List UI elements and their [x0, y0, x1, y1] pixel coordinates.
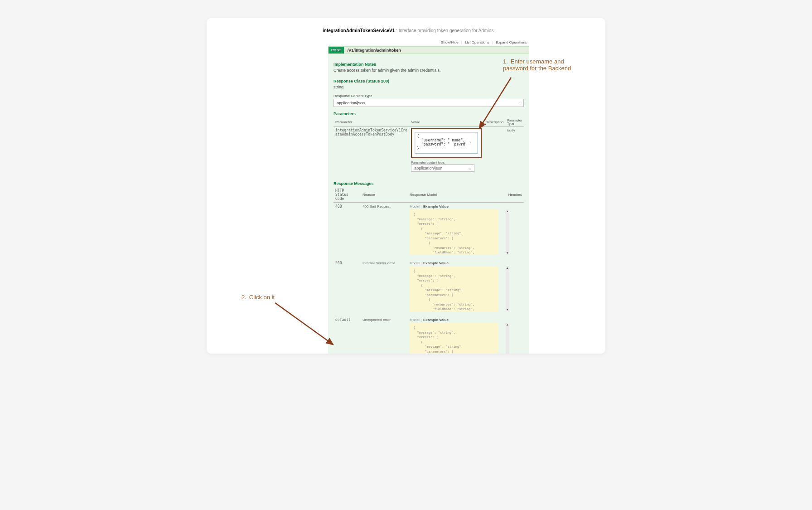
param-content-type-select[interactable]: application/json ⌄ [411, 164, 474, 172]
tab-model[interactable]: Model [410, 261, 420, 265]
scroll-up-icon[interactable]: ▴ [506, 209, 509, 213]
list-operations-link[interactable]: List Operations [465, 40, 489, 44]
operation-links: Show/Hide | List Operations | Expand Ope… [328, 39, 529, 46]
annotation-step2: 2.Click on it [242, 294, 275, 301]
col-description: Description [483, 117, 505, 127]
parameters-table: Parameter Value Description Parameter Ty… [334, 117, 524, 173]
tab-model[interactable]: Model [410, 204, 420, 209]
scroll-up-icon[interactable]: ▴ [506, 323, 509, 326]
annotation-step1: 1.Enter username and password for the Ba… [503, 58, 585, 72]
showhide-link[interactable]: Show/Hide [441, 40, 459, 44]
example-value-block[interactable]: { "message": "string", "errors": [ { "me… [410, 323, 498, 354]
col-response-model: Response Model [408, 187, 507, 203]
service-title: integrationAdminTokenServiceV1 : Interfa… [207, 28, 605, 33]
col-parameter: Parameter [334, 117, 409, 127]
scroll-down-icon[interactable]: ▾ [506, 251, 509, 255]
service-name: integrationAdminTokenServiceV1 [323, 28, 395, 33]
response-class-type: string [334, 85, 524, 89]
operation-content: Implementation Notes Create access token… [328, 54, 529, 354]
table-row: defaultUnexpected errorModel|Example Val… [334, 316, 524, 354]
reason: 400 Bad Request [361, 203, 408, 260]
reason: Unexpected error [361, 316, 408, 354]
col-reason: Reason [361, 187, 408, 203]
parameter-name: integrationAdminTokenServiceV1CreateAdmi… [334, 127, 409, 174]
response-messages-heading: Response Messages [334, 181, 524, 186]
tab-model[interactable]: Model [410, 318, 420, 322]
table-row: 400400 Bad RequestModel|Example Value{ "… [334, 203, 524, 260]
response-content-type-label: Response Content Type [334, 94, 524, 98]
example-value-block[interactable]: { "message": "string", "errors": [ { "me… [410, 209, 498, 255]
scroll-up-icon[interactable]: ▴ [506, 266, 509, 270]
response-class-heading: Response Class (Status 200) [334, 79, 524, 83]
model-tabs: Model|Example Value [410, 318, 505, 322]
response-messages-table: HTTP Status Code Reason Response Model H… [334, 187, 524, 354]
param-content-type-label: Parameter content type: [411, 161, 482, 164]
table-row: 500Internal Server errorModel|Example Va… [334, 259, 524, 316]
reason: Internal Server error [361, 259, 408, 316]
col-http-code: HTTP Status Code [334, 187, 361, 203]
parameter-value-box [411, 128, 482, 158]
table-row: integrationAdminTokenServiceV1CreateAdmi… [334, 127, 524, 174]
swagger-body: Show/Hide | List Operations | Expand Ope… [328, 39, 529, 354]
parameters-heading: Parameters [334, 112, 524, 116]
method-badge: POST [329, 47, 344, 53]
parameter-value-input[interactable] [415, 132, 478, 154]
col-headers: Headers [507, 187, 524, 203]
scroll-down-icon[interactable]: ▾ [506, 308, 509, 311]
tab-example-value[interactable]: Example Value [423, 204, 449, 209]
scrollbar[interactable]: ▴▾ [506, 209, 509, 255]
model-tabs: Model|Example Value [410, 261, 505, 265]
scrollbar[interactable]: ▴▾ [506, 266, 509, 311]
operation-header[interactable]: POST /V1/integration/admin/token [328, 46, 529, 54]
parameter-type: body [505, 127, 524, 174]
tab-example-value[interactable]: Example Value [423, 318, 449, 322]
model-tabs: Model|Example Value [410, 204, 505, 209]
operation-path: /V1/integration/admin/token [348, 48, 401, 53]
scrollbar[interactable]: ▴▾ [506, 323, 509, 354]
http-status-code: 400 [334, 203, 361, 260]
col-value: Value [409, 117, 483, 127]
service-desc: : Interface providing token generation f… [396, 28, 493, 33]
col-param-type: Parameter Type [505, 117, 524, 127]
example-value-block[interactable]: { "message": "string", "errors": [ { "me… [410, 266, 498, 311]
expand-operations-link[interactable]: Expand Operations [496, 40, 527, 44]
tab-example-value[interactable]: Example Value [423, 261, 449, 265]
documentation-card: integrationAdminTokenServiceV1 : Interfa… [207, 18, 605, 354]
implementation-notes-heading: Implementation Notes [334, 62, 524, 67]
svg-line-3 [275, 303, 333, 345]
http-status-code: 500 [334, 259, 361, 316]
implementation-notes-text: Create access token for admin given the … [334, 68, 524, 73]
http-status-code: default [334, 316, 361, 354]
response-content-type-select[interactable]: application/json ⌄ [334, 99, 524, 107]
